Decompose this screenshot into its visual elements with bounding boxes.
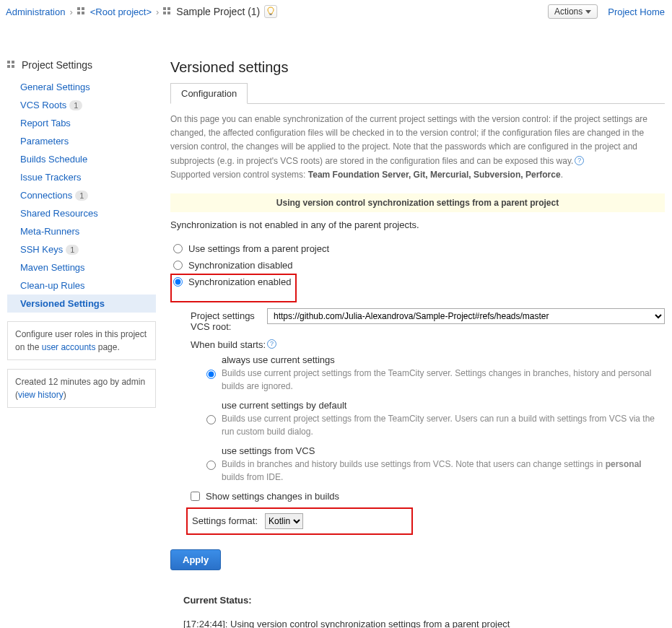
- parent-sync-banner: Using version control synchronization se…: [170, 193, 665, 212]
- show-changes-checkbox[interactable]: [191, 492, 200, 501]
- sidebar-item-shared-resources[interactable]: Shared Resources: [7, 204, 156, 222]
- radio-use-parent-input[interactable]: [173, 244, 183, 253]
- sidebar-item-connections[interactable]: Connections1: [7, 186, 156, 204]
- sidebar-title: Project Settings: [7, 59, 156, 71]
- actions-dropdown-button[interactable]: Actions: [548, 4, 598, 19]
- project-home-link[interactable]: Project Home: [608, 6, 665, 17]
- opt-from-vcs-desc: Builds in branches and history builds us…: [222, 458, 665, 484]
- current-status-line: [17:24:44]: Using version control synchr…: [183, 619, 665, 628]
- sidebar-item-cleanup-rules[interactable]: Clean-up Rules: [7, 276, 156, 295]
- sidebar-item-meta-runners[interactable]: Meta-Runners: [7, 222, 156, 240]
- vcs-root-label: Project settings VCS root:: [191, 308, 260, 332]
- radio-sync-disabled-input[interactable]: [173, 261, 183, 270]
- radio-sync-enabled[interactable]: Synchronization enabled: [173, 276, 291, 287]
- radio-from-vcs[interactable]: [206, 447, 216, 484]
- count-badge: 1: [75, 191, 88, 201]
- radio-always-current[interactable]: [206, 356, 216, 393]
- opt-current-default-title: use current settings by default: [222, 400, 665, 411]
- caret-down-icon: [585, 10, 591, 14]
- count-badge: 1: [69, 100, 82, 110]
- svg-rect-0: [270, 14, 272, 15]
- help-icon[interactable]: ?: [575, 156, 584, 165]
- apply-button[interactable]: Apply: [170, 549, 221, 570]
- settings-format-select[interactable]: Kotlin: [265, 513, 303, 529]
- opt-current-default-desc: Builds use current project settings from…: [222, 412, 665, 438]
- actions-label: Actions: [554, 6, 582, 17]
- project-grid-icon: [7, 61, 16, 69]
- breadcrumb-admin-link[interactable]: Administration: [6, 6, 65, 17]
- opt-always-current-desc: Builds use current project settings from…: [222, 367, 665, 393]
- breadcrumb-current: Sample Project (1): [176, 6, 260, 17]
- project-grid-icon: [77, 7, 86, 16]
- chevron-right-icon: ›: [69, 6, 72, 17]
- tab-configuration[interactable]: Configuration: [170, 83, 248, 104]
- radio-sync-disabled[interactable]: Synchronization disabled: [170, 257, 665, 274]
- user-accounts-link[interactable]: user accounts: [42, 342, 96, 352]
- settings-format-label: Settings format:: [192, 515, 258, 526]
- count-badge: 1: [66, 245, 79, 255]
- sidebar-item-vcs-roots[interactable]: VCS Roots1: [7, 96, 156, 114]
- when-build-starts-label: When build starts:?: [191, 339, 665, 350]
- breadcrumb-root-link[interactable]: <Root project>: [90, 6, 152, 17]
- sidebar-item-builds-schedule[interactable]: Builds Schedule: [7, 150, 156, 168]
- sidebar-item-versioned-settings[interactable]: Versioned Settings: [7, 295, 156, 313]
- help-icon[interactable]: ?: [267, 339, 276, 349]
- page-title: Versioned settings: [170, 59, 665, 76]
- show-changes-checkbox-row[interactable]: Show settings changes in builds: [191, 491, 665, 502]
- chevron-right-icon: ›: [156, 6, 159, 17]
- breadcrumb: Administration › <Root project> › Sample…: [6, 5, 548, 18]
- opt-from-vcs-title: use settings from VCS: [222, 445, 665, 456]
- project-grid-icon: [163, 7, 172, 16]
- sync-status-text: Synchronization is not enabled in any of…: [170, 219, 665, 230]
- page-description: On this page you can enable synchronizat…: [170, 113, 665, 182]
- sidebar-item-parameters[interactable]: Parameters: [7, 132, 156, 150]
- sidebar-created-info: Created 12 minutes ago by admin (view hi…: [7, 369, 156, 408]
- radio-use-parent[interactable]: Use settings from a parent project: [170, 240, 665, 257]
- view-history-link[interactable]: view history: [18, 390, 64, 400]
- radio-current-default[interactable]: [206, 401, 216, 438]
- radio-sync-enabled-input[interactable]: [173, 277, 183, 287]
- sidebar-item-general-settings[interactable]: General Settings: [7, 78, 156, 96]
- opt-always-current-title: always use current settings: [222, 354, 665, 365]
- current-status-title: Current Status:: [183, 595, 665, 606]
- sidebar-item-report-tabs[interactable]: Report Tabs: [7, 114, 156, 132]
- sidebar-item-maven-settings[interactable]: Maven Settings: [7, 258, 156, 276]
- sidebar-item-ssh-keys[interactable]: SSH Keys1: [7, 240, 156, 258]
- vcs-root-select[interactable]: https://github.com/Julia-Alexandrova/Sam…: [267, 308, 665, 324]
- sidebar-item-issue-trackers[interactable]: Issue Trackers: [7, 168, 156, 186]
- suggestions-bulb-button[interactable]: [264, 5, 277, 18]
- sidebar-help-accounts: Configure user roles in this project on …: [7, 321, 156, 360]
